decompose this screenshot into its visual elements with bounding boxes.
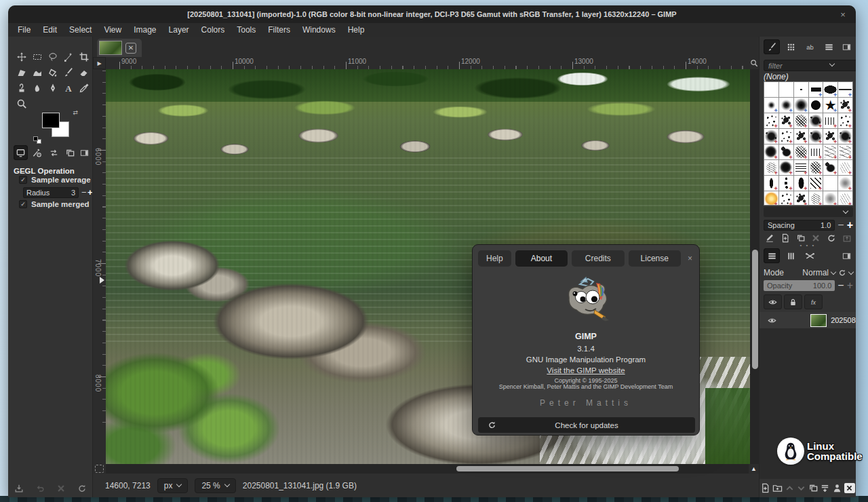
- close-icon[interactable]: ✕: [125, 43, 136, 54]
- ruler-corner-button[interactable]: ▶: [93, 57, 106, 69]
- brush-swatch[interactable]: [794, 160, 808, 175]
- spacing-slider[interactable]: Spacing 1.0: [764, 220, 835, 231]
- channels-tab[interactable]: [783, 248, 799, 263]
- tab-license[interactable]: License: [629, 250, 681, 267]
- brush-swatch[interactable]: [764, 144, 778, 159]
- new-layer-icon[interactable]: [760, 483, 770, 493]
- reset-mode-icon[interactable]: [838, 269, 846, 277]
- raise-layer-icon[interactable]: [785, 483, 795, 493]
- delete-layer-icon[interactable]: [844, 483, 855, 493]
- patterns-tab[interactable]: [783, 39, 799, 54]
- bucket-fill-tool[interactable]: [45, 64, 60, 80]
- paths-tool[interactable]: [60, 49, 76, 64]
- brush-swatch[interactable]: [838, 160, 852, 175]
- brush-swatch[interactable]: [823, 98, 837, 113]
- brush-swatch[interactable]: [809, 176, 823, 191]
- brush-swatch[interactable]: [823, 129, 837, 144]
- add-mask-icon[interactable]: [832, 483, 842, 493]
- transform-tool[interactable]: [14, 64, 29, 80]
- brush-swatch[interactable]: [809, 129, 823, 144]
- spacing-decrement-button[interactable]: −: [837, 219, 844, 231]
- gradients-tab[interactable]: [821, 39, 837, 54]
- color-swatches[interactable]: ⇄: [42, 113, 73, 141]
- brush-swatch[interactable]: [838, 129, 852, 144]
- tab-credits[interactable]: Credits: [572, 250, 624, 267]
- gradient-tool[interactable]: [29, 64, 45, 80]
- brush-swatch[interactable]: [764, 191, 778, 206]
- opacity-decrement-button[interactable]: −: [837, 279, 844, 292]
- brushes-tab[interactable]: [764, 39, 780, 54]
- text-tool[interactable]: [60, 80, 76, 96]
- brush-swatch[interactable]: [823, 176, 837, 191]
- fx-icon[interactable]: [804, 294, 823, 309]
- navigation-icon[interactable]: ▲: [749, 464, 759, 474]
- menu-item-colors[interactable]: Colors: [196, 24, 231, 35]
- visibility-eye-icon[interactable]: [764, 294, 782, 309]
- collapse-icon[interactable]: [79, 147, 90, 158]
- layers-tab[interactable]: [764, 248, 780, 263]
- brush-swatch[interactable]: [779, 176, 793, 191]
- brush-swatch[interactable]: [823, 113, 837, 128]
- sample-merged-option[interactable]: ✓ Sample merged: [19, 200, 90, 208]
- zoom-tool[interactable]: [14, 96, 29, 111]
- images-tab[interactable]: [63, 145, 77, 160]
- brush-swatch[interactable]: [838, 176, 852, 191]
- edit-brush-icon[interactable]: [765, 233, 774, 243]
- ink-tool[interactable]: [45, 80, 60, 96]
- menu-item-windows[interactable]: Windows: [297, 24, 341, 35]
- brush-swatch[interactable]: [794, 113, 808, 128]
- brush-swatch[interactable]: [779, 113, 793, 128]
- brush-swatch[interactable]: [779, 129, 793, 144]
- paintbrush-tool[interactable]: [60, 64, 76, 80]
- collapse-icon[interactable]: [841, 41, 852, 52]
- rectangle-select-tool[interactable]: [29, 49, 45, 64]
- brush-swatch[interactable]: [838, 191, 852, 206]
- brush-swatch[interactable]: [809, 98, 823, 113]
- menu-item-help[interactable]: Help: [342, 24, 370, 35]
- foreground-color-swatch[interactable]: [42, 113, 60, 128]
- menu-item-tools[interactable]: Tools: [231, 24, 261, 35]
- image-tab[interactable]: ✕: [97, 39, 142, 57]
- brush-swatch[interactable]: [823, 191, 837, 206]
- duplicate-layer-icon[interactable]: [808, 483, 818, 493]
- brush-swatch[interactable]: [794, 191, 808, 206]
- brush-swatch[interactable]: [838, 82, 852, 97]
- brush-swatch[interactable]: [779, 191, 793, 206]
- mode-value[interactable]: Normal: [802, 268, 829, 277]
- brush-swatch[interactable]: [809, 144, 823, 159]
- spacing-increment-button[interactable]: +: [847, 219, 853, 231]
- brush-swatch[interactable]: [794, 176, 808, 191]
- brush-swatch[interactable]: [809, 113, 823, 128]
- brush-filter-input[interactable]: [764, 60, 856, 71]
- tab-about[interactable]: About: [515, 250, 568, 267]
- new-brush-icon[interactable]: [781, 233, 790, 243]
- clone-tool[interactable]: [14, 80, 29, 96]
- layer-row[interactable]: 20250801_: [760, 312, 856, 328]
- default-colors-icon[interactable]: [33, 136, 41, 144]
- color-picker-tool[interactable]: [76, 80, 92, 96]
- menu-item-select[interactable]: Select: [64, 24, 97, 35]
- brush-swatch[interactable]: [823, 82, 837, 97]
- brush-swatch[interactable]: [764, 98, 778, 113]
- horizontal-scrollbar[interactable]: [106, 464, 750, 474]
- delete-brush-icon[interactable]: [811, 233, 821, 243]
- duplicate-brush-icon[interactable]: [796, 233, 806, 243]
- brush-swatch[interactable]: [794, 144, 808, 159]
- save-tool-preset-icon[interactable]: [14, 484, 24, 493]
- menu-item-layer[interactable]: Layer: [163, 24, 195, 35]
- collapse-icon[interactable]: [841, 250, 852, 261]
- smudge-tool[interactable]: [29, 80, 45, 96]
- brush-swatch[interactable]: [779, 98, 793, 113]
- menu-item-view[interactable]: View: [98, 24, 127, 35]
- brush-swatch[interactable]: [838, 113, 852, 128]
- brush-swatch[interactable]: [809, 160, 823, 175]
- title-bar[interactable]: [20250801_131041] (imported)-1.0 (RGB co…: [8, 5, 856, 23]
- zoom-dropdown[interactable]: 25 %: [195, 478, 235, 493]
- sample-average-option[interactable]: ✓ Sample average: [19, 176, 91, 184]
- brush-swatch[interactable]: [779, 144, 793, 159]
- brush-swatch[interactable]: [794, 82, 808, 97]
- layer-name[interactable]: 20250801_: [831, 316, 856, 324]
- layer-visibility-eye-icon[interactable]: [768, 316, 776, 325]
- close-icon[interactable]: ×: [685, 254, 695, 263]
- delete-icon[interactable]: [56, 484, 66, 493]
